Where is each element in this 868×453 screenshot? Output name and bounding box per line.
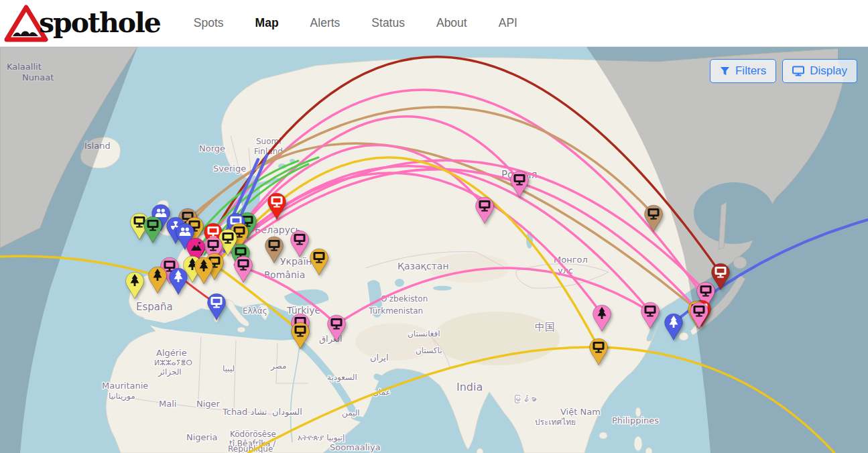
map-marker-tree[interactable] [664,313,684,341]
main-nav: SpotsMapAlertsStatusAboutAPI [194,16,517,30]
map-label: ایران [370,352,389,363]
map-label: Sverige [213,164,246,174]
map-label: Mauritanie [102,381,148,391]
map-label: Soomaaliya [330,442,381,452]
map-label: السودان [272,407,302,417]
map-marker-monitor[interactable] [143,216,163,244]
map-label: Nigeria [186,432,218,442]
aral-sea [395,279,404,287]
nav-item-alerts[interactable]: Alerts [310,16,340,30]
map-label: Norge [199,143,225,153]
map-marker-tree[interactable] [125,271,145,300]
map-label: Mali [159,399,176,409]
header: spothole SpotsMapAlertsStatusAboutAPI [0,0,868,47]
map-label: Việt Nam [560,407,601,417]
map-marker-monitor[interactable] [264,236,284,264]
brand-name: spothole [39,9,160,37]
map-label: ليبيا [223,364,235,373]
map-label: 中国 [535,321,555,333]
map-label: افغانستان [408,329,440,338]
brand-logo[interactable]: spothole [4,3,160,44]
map-label: India [456,381,483,393]
map-marker-monitor[interactable] [588,338,609,366]
map-label: España [136,301,173,313]
map-label: الجزائر [158,367,182,377]
map-label: မြန်မာ [513,395,537,404]
map-label: ⵍⵣⵣⴰⵢⴻⵔ [154,359,192,367]
filters-button-label: Filters [735,64,766,78]
land-hainan [599,432,607,439]
map-label: Algérie [156,348,187,358]
nav-item-map[interactable]: Map [255,16,279,30]
map-label: አትዮጵያ إتيوبيا [298,433,345,443]
map-marker-monitor[interactable] [509,170,530,198]
map-canvas[interactable]: KalaallitNunaatÍslandNorgeSverigeSuomiFi… [0,47,868,453]
map-marker-monitor[interactable] [326,314,347,342]
map-label: Қазақстан [397,261,449,271]
nav-item-api[interactable]: API [499,16,517,30]
map-marker-monitor[interactable] [290,322,310,350]
map-marker-tree[interactable] [194,257,214,285]
page: spothole SpotsMapAlertsStatusAboutAPI [0,0,868,453]
map-marker-tree[interactable] [592,304,612,332]
filter-icon [720,66,730,76]
map-label: Ködörösêse [230,430,276,439]
map-marker-tree[interactable] [147,266,168,294]
map-label: Philippines [612,415,659,426]
display-icon [792,66,804,76]
lake-balkhash [433,286,452,291]
nav-item-status[interactable]: Status [371,16,405,30]
map-label: اليمن [342,408,360,418]
display-button-label: Display [810,64,847,78]
nav-item-spots[interactable]: Spots [194,16,224,30]
map-marker-monitor[interactable] [290,230,310,258]
map-marker-monitor[interactable] [309,248,329,276]
map-label: باكستان [416,346,442,355]
map-marker-monitor[interactable] [643,204,664,233]
map-marker-monitor[interactable] [206,293,227,321]
map-label: ประเทศไทย [535,417,576,427]
map-label: Tchad تشاد [222,407,267,417]
filters-button[interactable]: Filters [710,59,776,83]
map-label: Niger [196,399,221,409]
map-marker-monitor[interactable] [475,196,495,224]
map-marker-monitor[interactable] [689,302,709,330]
map-controls: Filters Display [710,59,857,83]
land-sicily [237,327,245,332]
nav-item-about[interactable]: About [436,16,467,30]
world-basemap: KalaallitNunaatÍslandNorgeSverigeSuomiFi… [0,47,868,453]
map-label: السعودية [327,373,357,383]
map-label: Ελλάς [243,306,267,316]
display-button[interactable]: Display [782,59,857,83]
map-marker-monitor[interactable] [640,302,660,330]
map-label: مصر [270,361,286,371]
map-label: موريتانيا [109,391,135,401]
land-luzon [634,436,642,451]
map-marker-tree[interactable] [168,267,188,296]
map-marker-monitor[interactable] [267,192,287,220]
map-label: Türkmenistan [368,306,423,316]
land-philippines-south [645,448,652,453]
map-marker-monitor[interactable] [233,255,253,283]
